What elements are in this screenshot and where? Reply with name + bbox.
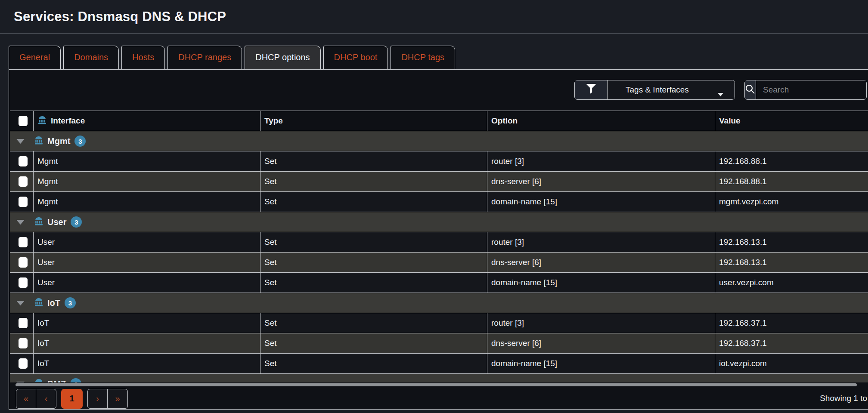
pagination-page-1-button[interactable]: 1 [61,389,83,409]
table-header-row: Interface Type Option Value [10,111,868,131]
collapse-caret-icon[interactable] [16,139,25,144]
tab-general[interactable]: General [9,46,61,69]
row-checkbox-cell [10,354,34,373]
group-row-mgmt[interactable]: Mgmt3 [10,131,868,151]
cell-value: mgmt.vezpi.com [715,192,868,212]
group-count-badge: 3 [74,136,86,147]
table-row[interactable]: MgmtSetdomain-name [15]mgmt.vezpi.com [10,192,868,212]
cell-value: 192.168.13.1 [715,232,868,252]
horizontal-scrollbar-thumb[interactable] [16,383,857,386]
cell-value: 192.168.37.1 [715,313,868,333]
pagination-first-button[interactable]: « [16,389,36,408]
dropdown-selected-value: Tags & Interfaces [626,85,689,95]
cell-type: Set [260,172,487,191]
cell-type: Set [260,333,487,353]
column-header-type[interactable]: Type [260,111,487,131]
chevron-down-icon [718,89,723,99]
column-header-option[interactable]: Option [487,111,715,131]
table-row[interactable]: UserSetdomain-name [15]user.vezpi.com [10,273,868,293]
filter-button[interactable] [575,80,608,99]
tab-dhcp-options[interactable]: DHCP options [245,46,320,69]
magnifier-icon [745,84,756,96]
cell-option: domain-name [15] [487,273,715,293]
cell-interface: User [34,232,260,252]
cell-value: 192.168.88.1 [715,151,868,171]
content-panel: Tags & Interfaces [9,70,868,410]
cell-interface: Mgmt [34,172,260,191]
cell-option: dns-server [6] [487,172,715,191]
row-checkbox[interactable] [19,257,28,268]
row-checkbox[interactable] [19,237,28,247]
pagination-status: Showing 1 to [820,394,867,403]
group-row-iot[interactable]: IoT3 [10,293,868,313]
row-checkbox[interactable] [19,197,28,207]
collapse-caret-icon[interactable] [16,301,25,305]
tags-interfaces-dropdown[interactable]: Tags & Interfaces [608,80,735,99]
select-all-checkbox[interactable] [19,116,28,126]
cell-option: router [3] [487,313,715,333]
table-body: Mgmt3MgmtSetrouter [3]192.168.88.1MgmtSe… [10,131,868,382]
cell-type: Set [260,313,487,333]
group-count-badge: 3 [71,216,82,228]
cell-interface: IoT [34,333,260,353]
row-checkbox-cell [10,313,34,333]
table-row[interactable]: IoTSetdomain-name [15]iot.vezpi.com [10,354,868,374]
row-checkbox[interactable] [19,358,28,369]
cell-option: domain-name [15] [487,192,715,212]
cell-option: dns-server [6] [487,333,715,353]
table-row[interactable]: IoTSetdns-server [6]192.168.37.1 [10,333,868,354]
tab-dhcp-ranges[interactable]: DHCP ranges [167,46,242,69]
cell-type: Set [260,192,487,212]
row-checkbox[interactable] [19,338,28,348]
row-checkbox[interactable] [19,318,28,328]
cell-type: Set [260,232,487,252]
row-checkbox-cell [10,172,34,191]
column-label-option: Option [491,116,518,126]
pagination-last-button[interactable]: » [108,389,127,408]
pagination-forward-group: › » [87,389,128,409]
tab-domains[interactable]: Domains [63,46,119,69]
pagination-next-button[interactable]: › [88,389,108,408]
cell-value: 192.168.13.1 [715,253,868,272]
tab-dhcp-tags[interactable]: DHCP tags [391,46,455,69]
cell-interface: IoT [34,313,260,333]
cell-value: user.vezpi.com [715,273,868,293]
pagination-prev-button[interactable]: ‹ [36,389,56,408]
search-group [744,80,867,100]
cell-interface: User [34,253,260,272]
bank-icon [34,136,43,146]
funnel-icon [586,84,597,96]
row-checkbox[interactable] [19,156,28,166]
table-row[interactable]: IoTSetrouter [3]192.168.37.1 [10,313,868,333]
cell-interface: User [34,273,260,293]
search-input[interactable] [756,80,867,99]
row-checkbox[interactable] [19,176,28,187]
bank-icon [34,217,43,227]
bank-icon [34,379,43,382]
cell-interface: IoT [34,354,260,373]
table-row[interactable]: MgmtSetrouter [3]192.168.88.1 [10,151,868,172]
search-button[interactable] [745,80,756,99]
pagination-bar: « ‹ 1 › » Showing 1 to [9,388,868,410]
row-checkbox[interactable] [19,277,28,288]
cell-option: router [3] [487,151,715,171]
collapse-caret-icon[interactable] [16,220,25,225]
toolbar: Tags & Interfaces [9,70,868,111]
tab-dhcp-boot[interactable]: DHCP boot [323,46,388,69]
pagination-back-group: « ‹ [16,389,56,409]
table-row[interactable]: UserSetrouter [3]192.168.13.1 [10,232,868,253]
cell-option: router [3] [487,232,715,252]
tab-hosts[interactable]: Hosts [121,46,165,69]
column-header-value[interactable]: Value [715,111,868,131]
group-row-dmz[interactable]: DMZ3 [10,374,868,382]
table-row[interactable]: UserSetdns-server [6]192.168.13.1 [10,253,868,273]
dhcp-options-table: Interface Type Option Value Mgmt3MgmtSet… [10,111,868,382]
bank-icon [34,298,43,308]
title-bar: Services: Dnsmasq DNS & DHCP [0,0,868,34]
table-row[interactable]: MgmtSetdns-server [6]192.168.88.1 [10,172,868,192]
horizontal-scrollbar [9,382,868,388]
column-label-type: Type [264,116,283,126]
column-header-interface[interactable]: Interface [34,111,260,131]
cell-option: dns-server [6] [487,253,715,272]
group-row-user[interactable]: User3 [10,212,868,232]
